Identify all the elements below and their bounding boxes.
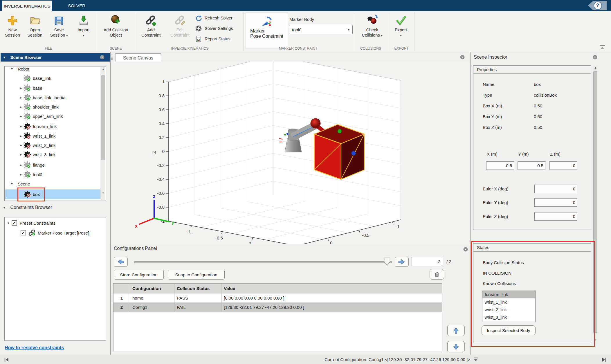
tree-item-scene[interactable]: ▾ Scene <box>5 179 106 188</box>
solver-settings-button[interactable]: Solver Settings <box>195 25 233 32</box>
add-collision-object-button[interactable]: Add CollisionObject <box>100 13 132 38</box>
tree-scrollbar[interactable]: ▲ ▼ <box>100 67 105 200</box>
panel-menu-icon[interactable] <box>100 55 104 60</box>
expand-arrow-icon[interactable]: ▸ <box>20 114 24 118</box>
move-row-down-button[interactable] <box>447 341 465 352</box>
save-session-button[interactable]: Save Session ▾ <box>46 13 71 38</box>
marker-body-label: Marker Body <box>289 17 314 22</box>
how-to-resolve-constraints-link[interactable]: How to resolve constraints <box>5 345 64 350</box>
tree-item-robot[interactable]: ▾ Robot <box>5 66 106 73</box>
open-session-button[interactable]: Open Session <box>24 13 45 38</box>
tree-item-base[interactable]: ▸ base <box>5 84 106 92</box>
tree-item-upper-arm-link[interactable]: ▸ upper_arm_link <box>5 112 106 120</box>
dropdown-arrow-icon[interactable]: ▾ <box>83 34 84 37</box>
scene-canvas-3d-plot[interactable]: 1 0.8 0.6 0.4 0.2 0 -0.2 -0.4 -0.6 -0.8 … <box>111 62 470 244</box>
tab-inverse-kinematics[interactable]: INVERSE KINEMATICS <box>2 1 52 11</box>
expand-arrow-icon[interactable]: ▸ <box>20 163 24 167</box>
header-collision-status[interactable]: Collision Status <box>174 284 221 293</box>
expand-arrow-icon[interactable]: ▸ <box>20 153 24 156</box>
scroll-up-icon[interactable]: ▲ <box>102 67 105 71</box>
tree-item-base-link-inertia[interactable]: ▸ base_link_inertia <box>5 93 106 102</box>
tree-item-forearm-link[interactable]: ▸ forearm_link <box>5 122 106 131</box>
preset-constraints-checkbox[interactable]: ✓ <box>12 220 17 226</box>
table-row[interactable]: 1 home PASS [0.00 0.00 0.00 0.00 0.00 0.… <box>113 293 442 303</box>
expand-arrow-icon[interactable]: ▸ <box>20 96 24 100</box>
tab-scene-canvas[interactable]: Scene Canvas <box>115 53 161 62</box>
tree-item-flange[interactable]: ▸ flange <box>5 161 106 169</box>
header-value[interactable]: Value <box>221 284 442 293</box>
expanded-triangle-icon[interactable]: ▾ <box>11 182 16 186</box>
collapse-triangle-icon[interactable]: ▾ <box>3 55 5 59</box>
configuration-index-input[interactable] <box>412 257 443 266</box>
marker-pose-target-checkbox[interactable]: ✓ <box>21 230 26 235</box>
cell-configuration[interactable]: Config1 <box>130 303 174 312</box>
constraints-browser-header[interactable]: ▾ Constraints Browser <box>1 203 110 212</box>
euler-z-input[interactable] <box>534 212 577 221</box>
minimize-panel-icon[interactable] <box>473 357 478 362</box>
tab-solver[interactable]: SOLVER <box>60 0 94 11</box>
collapse-ribbon-button[interactable] <box>599 45 606 52</box>
panel-menu-icon[interactable] <box>463 247 468 252</box>
expand-arrow-icon[interactable]: ▸ <box>20 86 24 90</box>
collapse-left-panel-icon[interactable] <box>4 357 9 362</box>
scene-browser-header[interactable]: ▾ Scene Browser <box>1 53 110 62</box>
panel-menu-icon[interactable] <box>593 55 597 60</box>
panel-drag-handle[interactable] <box>111 55 113 60</box>
marker-pose-target-item[interactable]: ✓ Marker Pose Target [Pose] <box>21 230 89 236</box>
move-row-up-button[interactable] <box>447 325 465 336</box>
cell-configuration[interactable]: home <box>130 293 174 303</box>
configuration-slider-track[interactable] <box>134 261 392 263</box>
expand-arrow-icon[interactable]: ▸ <box>20 173 24 176</box>
scroll-up-icon[interactable]: ▲ <box>594 66 597 69</box>
tree-item-tool0[interactable]: ▸ tool0 <box>5 170 106 179</box>
marker-pose-constraint-button[interactable]: MarkerPose Constraint <box>246 12 288 48</box>
expand-arrow-icon[interactable]: ▸ <box>20 105 24 109</box>
expand-arrow-icon[interactable]: ▸ <box>20 134 24 138</box>
report-status-button[interactable]: Report Status <box>195 35 230 42</box>
next-configuration-button[interactable] <box>395 257 409 267</box>
dropdown-arrow-icon[interactable]: ▾ <box>381 34 383 37</box>
expanded-triangle-icon[interactable]: ▾ <box>11 67 16 71</box>
collapse-right-panel-icon[interactable] <box>601 357 607 362</box>
tree-item-wrist-1-link[interactable]: ▸ wrist_1_link <box>5 131 106 140</box>
preset-constraints-item[interactable]: ▾ ✓ Preset Constraints <box>8 220 55 226</box>
expanded-triangle-icon[interactable]: ▾ <box>8 221 9 225</box>
configuration-slider-thumb[interactable] <box>384 257 391 266</box>
scrollbar-thumb[interactable] <box>101 75 105 160</box>
tree-item-base-link[interactable]: base_link <box>5 74 106 82</box>
expand-arrow-icon[interactable]: ▸ <box>20 143 24 147</box>
marker-sphere-green[interactable] <box>338 129 342 133</box>
dropdown-arrow-icon[interactable]: ▾ <box>400 34 401 37</box>
panel-menu-icon[interactable] <box>460 55 465 60</box>
marker-sphere-blue[interactable] <box>352 151 356 156</box>
delete-configuration-button[interactable] <box>430 269 444 280</box>
previous-configuration-button[interactable] <box>114 257 128 267</box>
refresh-solver-button[interactable]: Refresh Solver <box>195 15 232 21</box>
import-button[interactable]: Import▾ <box>74 13 93 38</box>
collision-detected-icon <box>24 142 31 149</box>
pos-x-input[interactable] <box>486 161 514 170</box>
euler-y-input[interactable] <box>534 198 577 207</box>
scene-inspector-header[interactable]: Scene Inspector <box>473 53 609 62</box>
header-configuration[interactable]: Configuration <box>130 284 174 293</box>
panel-splitter[interactable] <box>470 52 471 364</box>
dropdown-arrow-icon[interactable]: ▾ <box>66 34 68 37</box>
snap-to-configuration-button[interactable]: Snap to Configuration <box>168 270 225 280</box>
export-button[interactable]: Export▾ <box>391 13 410 38</box>
expand-arrow-icon[interactable]: ▸ <box>20 125 24 128</box>
pos-z-input[interactable] <box>549 161 577 170</box>
pos-y-input[interactable] <box>518 161 545 170</box>
check-collisions-button[interactable]: CheckCollisions ▾ <box>358 13 387 38</box>
help-button[interactable]: ? <box>588 1 607 10</box>
scroll-down-icon[interactable]: ▼ <box>102 191 105 194</box>
add-constraint-button[interactable]: AddConstraint <box>139 13 163 38</box>
tree-item-wrist-3-link[interactable]: ▸ wrist_3_link <box>5 150 106 159</box>
marker-body-dropdown[interactable]: tool0 ▾ <box>289 25 353 34</box>
new-session-button[interactable]: New Session <box>3 13 22 38</box>
collapse-triangle-icon[interactable]: ▾ <box>3 206 5 210</box>
tree-item-wrist-2-link[interactable]: ▸ wrist_2_link <box>5 141 106 149</box>
tree-item-shoulder-link[interactable]: ▸ shoulder_link <box>5 102 106 111</box>
table-row-selected[interactable]: 2 Config1 FAIL [129.30 -32.01 79.27 -47.… <box>113 303 442 312</box>
store-configuration-button[interactable]: Store Configuration <box>114 270 164 280</box>
euler-x-input[interactable] <box>534 185 577 193</box>
